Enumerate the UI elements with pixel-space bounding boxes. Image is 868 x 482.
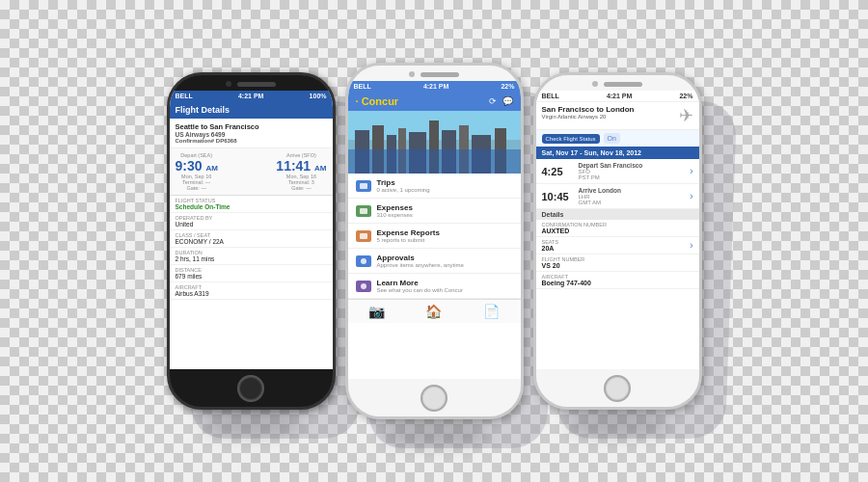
phone3-confirmation-row: Confirmation Number AUXTED — [536, 220, 699, 237]
phone3-status-bar: BELL 4:21 PM 22% — [536, 91, 699, 102]
expense-reports-text: Expense Reports 5 reports to submit — [377, 228, 513, 243]
phone3-route: San Francisco to London — [542, 105, 635, 114]
phone2-bottom — [348, 379, 521, 416]
phone3-depart-row: 4:25 Depart San Francisco SFO PST PM › — [536, 159, 699, 184]
phone2-screen: BELL 4:21 PM 22% · Concur ⟳ 💬 — [348, 81, 521, 379]
phone1-class-row: Class / Seat ECONOMY / 22A — [170, 230, 333, 248]
footer-camera-icon[interactable]: 📷 — [368, 304, 385, 319]
menu-expenses[interactable]: Expenses 310 expenses — [348, 199, 521, 224]
phone1-time: 4:21 PM — [238, 93, 263, 99]
phone1-class-value: ECONOMY / 22A — [176, 238, 327, 245]
phone1-airline: US Airways 6499 — [176, 131, 327, 138]
check-flight-status-button[interactable]: Check Flight Status — [542, 134, 600, 144]
phone2-time: 4:21 PM — [423, 83, 448, 90]
phone1-aircraft-row: Aircraft Airbus A319 — [170, 282, 333, 300]
phone3-depart-time: 4:25 — [542, 166, 579, 177]
menu-learn-more[interactable]: Learn More See what you can do with Conc… — [348, 274, 521, 299]
concur-logo: · Concur — [356, 95, 399, 107]
phone1-screen: BELL 4:21 PM 100% Flight Details Seattle… — [170, 91, 333, 369]
phone1-arrive-block: Arrive (SFO) 11:41 AM Mon, Sep 16 Termin… — [276, 152, 326, 191]
phone1-home-button[interactable] — [237, 375, 264, 402]
learn-more-sub: See what you can do with Concur — [377, 287, 513, 293]
learn-more-text: Learn More See what you can do with Conc… — [377, 279, 513, 293]
phone3-arrive-info: Arrive London LHR GMT AM — [579, 187, 691, 205]
refresh-icon[interactable]: ⟳ — [489, 96, 497, 106]
approvals-text: Approvals Approve items anywhere, anytim… — [377, 254, 513, 268]
menu-approvals[interactable]: Approvals Approve items anywhere, anytim… — [348, 249, 521, 274]
phone1-aircraft-value: Airbus A319 — [176, 290, 327, 297]
plane-icon: ✈ — [679, 105, 693, 126]
expenses-icon — [356, 205, 371, 217]
svg-rect-15 — [360, 233, 367, 239]
phone3-time: 4:21 PM — [607, 93, 632, 99]
menu-expense-reports[interactable]: Expense Reports 5 reports to submit — [348, 224, 521, 249]
phone2-battery: 22% — [501, 83, 514, 90]
phones-container: BELL 4:21 PM 100% Flight Details Seattle… — [167, 63, 702, 419]
learn-more-title: Learn More — [377, 279, 513, 287]
phone1-distance-row: Distance 679 miles — [170, 265, 333, 282]
svg-point-16 — [361, 258, 366, 264]
phone1-gate-from: Gate: — — [176, 185, 218, 191]
menu-trips[interactable]: Trips 0 active, 1 upcoming — [348, 174, 521, 199]
phone3-battery: 22% — [679, 93, 692, 99]
phone2-wrapper: BELL 4:21 PM 22% · Concur ⟳ 💬 — [345, 63, 524, 419]
phone1-operated-row: Operated By United — [170, 213, 333, 230]
approvals-sub: Approve items anywhere, anytime — [377, 262, 513, 268]
phone3-check-status: Check Flight Status On — [536, 130, 699, 147]
expense-reports-icon — [356, 230, 371, 242]
phone3-flight-num-row: Flight Number VS 20 — [536, 254, 699, 272]
approvals-icon — [356, 255, 371, 267]
phone1-depart-time: 9:30 AM — [176, 158, 218, 174]
approvals-title: Approvals — [377, 254, 513, 262]
phone2-camera — [409, 71, 415, 77]
phone3-home-button[interactable] — [604, 375, 631, 402]
phone3-flight-num-value: VS 20 — [542, 262, 585, 269]
phone3-details-header: Details — [536, 209, 699, 220]
phone1-carrier: BELL — [176, 93, 193, 99]
phone1-depart-block: Depart (SEA) 9:30 AM Mon, Sep 16 Termina… — [176, 152, 218, 191]
phone3-aircraft-row: Aircraft Boeing 747-400 — [536, 272, 699, 289]
trips-sub: 0 active, 1 upcoming — [377, 187, 513, 193]
phone1-confirmation: Confirmation# DP6368 — [176, 138, 327, 144]
status-badge: On — [604, 133, 620, 144]
phone1: BELL 4:21 PM 100% Flight Details Seattle… — [167, 72, 336, 410]
phone3-screen: BELL 4:21 PM 22% San Francisco to London… — [536, 91, 699, 369]
concur-header-icons: ⟳ 💬 — [489, 96, 513, 106]
phone1-times: Depart (SEA) 9:30 AM Mon, Sep 16 Termina… — [170, 148, 333, 196]
phone1-status-bar: BELL 4:21 PM 100% — [170, 91, 333, 101]
phone2-home-button[interactable] — [420, 385, 448, 412]
svg-rect-13 — [360, 183, 367, 189]
phone1-header: Flight Details — [170, 101, 333, 119]
phone2-carrier: BELL — [354, 83, 371, 90]
phone3-bottom — [536, 369, 699, 407]
phone3-seats-row: Seats 20A › — [536, 237, 699, 254]
phone1-route: Seattle to San Francisco US Airways 6499… — [170, 119, 333, 148]
phone3-arrive-tz: GMT AM — [579, 200, 691, 205]
footer-scan-icon[interactable]: 📄 — [483, 304, 500, 319]
svg-point-17 — [361, 283, 366, 289]
learn-more-icon — [356, 281, 371, 292]
footer-home-icon[interactable]: 🏠 — [425, 304, 442, 319]
trips-title: Trips — [377, 178, 513, 187]
phone1-status-value: Schedule On-Time — [176, 203, 327, 210]
phone3-confirmation-value: AUXTED — [542, 228, 607, 234]
concur-logo-dot: · — [356, 95, 359, 107]
chat-icon[interactable]: 💬 — [502, 96, 513, 106]
concur-header: · Concur ⟳ 💬 — [348, 92, 521, 111]
forward-icon: › — [690, 166, 692, 176]
phone3-seats-value: 20A — [542, 245, 559, 252]
phone1-speaker — [237, 82, 276, 87]
phone1-arrive-time: 11:41 AM — [276, 158, 326, 174]
phone3-dates: Sat, Nov 17 - Sun, Nov 18, 2012 — [536, 147, 699, 159]
phone3-wrapper: BELL 4:21 PM 22% San Francisco to London… — [533, 72, 702, 410]
phone2: BELL 4:21 PM 22% · Concur ⟳ 💬 — [345, 63, 524, 419]
phone1-gate-to: Gate: — — [276, 185, 326, 191]
phone1-battery: 100% — [310, 93, 327, 99]
phone2-speaker — [420, 72, 459, 77]
phone1-duration-value: 2 hrs, 11 mins — [176, 255, 327, 262]
svg-rect-12 — [348, 149, 521, 174]
phone3: BELL 4:21 PM 22% San Francisco to London… — [533, 72, 702, 410]
phone3-airline: Virgin Atlantic Airways 20 — [542, 114, 635, 120]
expenses-sub: 310 expenses — [377, 212, 513, 218]
svg-rect-14 — [360, 208, 367, 214]
